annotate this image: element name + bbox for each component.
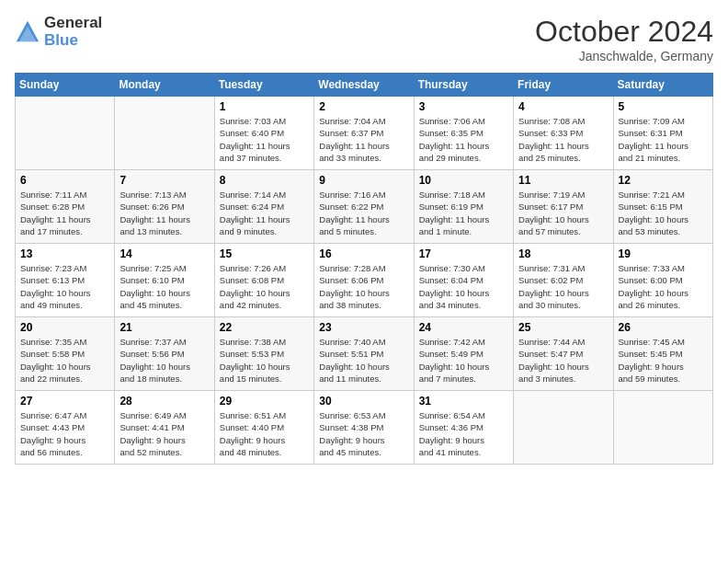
- calendar-cell: 6Sunrise: 7:11 AMSunset: 6:28 PMDaylight…: [16, 170, 115, 244]
- calendar-cell: 1Sunrise: 7:03 AMSunset: 6:40 PMDaylight…: [214, 97, 313, 170]
- calendar-cell: 4Sunrise: 7:08 AMSunset: 6:33 PMDaylight…: [514, 97, 613, 170]
- calendar-cell: 13Sunrise: 7:23 AMSunset: 6:13 PMDayligh…: [16, 244, 115, 317]
- weekday-header: Saturday: [613, 74, 712, 97]
- weekday-header: Monday: [115, 74, 214, 97]
- day-number: 11: [518, 174, 608, 187]
- day-info: Sunrise: 7:21 AMSunset: 6:15 PMDaylight:…: [619, 189, 708, 237]
- day-number: 20: [20, 321, 109, 334]
- calendar-cell: 27Sunrise: 6:47 AMSunset: 4:43 PMDayligh…: [16, 391, 115, 465]
- calendar-cell: 25Sunrise: 7:44 AMSunset: 5:47 PMDayligh…: [514, 317, 613, 391]
- day-info: Sunrise: 7:40 AMSunset: 5:51 PMDaylight:…: [319, 336, 408, 385]
- day-number: 29: [220, 395, 309, 408]
- day-number: 13: [20, 247, 109, 260]
- weekday-header: Tuesday: [214, 74, 313, 97]
- page-header: General Blue October 2024 Janschwalde, G…: [15, 15, 713, 63]
- day-info: Sunrise: 6:49 AMSunset: 4:41 PMDaylight:…: [119, 409, 209, 458]
- day-number: 3: [419, 100, 508, 113]
- day-info: Sunrise: 7:45 AMSunset: 5:45 PMDaylight:…: [619, 336, 708, 385]
- calendar-cell: 18Sunrise: 7:31 AMSunset: 6:02 PMDayligh…: [514, 244, 613, 317]
- day-info: Sunrise: 7:06 AMSunset: 6:35 PMDaylight:…: [419, 115, 508, 164]
- calendar-cell: 30Sunrise: 6:53 AMSunset: 4:38 PMDayligh…: [314, 391, 414, 465]
- day-number: 16: [319, 247, 408, 260]
- location-subtitle: Janschwalde, Germany: [535, 49, 713, 63]
- day-info: Sunrise: 7:11 AMSunset: 6:28 PMDaylight:…: [20, 189, 109, 237]
- day-number: 6: [20, 174, 109, 187]
- day-info: Sunrise: 6:51 AMSunset: 4:40 PMDaylight:…: [220, 409, 309, 458]
- calendar-cell: 2Sunrise: 7:04 AMSunset: 6:37 PMDaylight…: [314, 97, 414, 170]
- calendar-cell: 16Sunrise: 7:28 AMSunset: 6:06 PMDayligh…: [314, 244, 414, 317]
- calendar-cell: 15Sunrise: 7:26 AMSunset: 6:08 PMDayligh…: [214, 244, 313, 317]
- calendar-cell: 8Sunrise: 7:14 AMSunset: 6:24 PMDaylight…: [214, 170, 313, 244]
- calendar-cell: [115, 97, 214, 170]
- day-info: Sunrise: 7:42 AMSunset: 5:49 PMDaylight:…: [419, 336, 508, 385]
- day-number: 26: [619, 321, 708, 334]
- day-info: Sunrise: 7:31 AMSunset: 6:02 PMDaylight:…: [518, 262, 608, 311]
- calendar-cell: 20Sunrise: 7:35 AMSunset: 5:58 PMDayligh…: [16, 317, 115, 391]
- day-number: 7: [119, 174, 209, 187]
- day-number: 4: [518, 100, 608, 113]
- day-number: 5: [619, 100, 708, 113]
- day-info: Sunrise: 7:35 AMSunset: 5:58 PMDaylight:…: [20, 336, 109, 385]
- day-info: Sunrise: 7:03 AMSunset: 6:40 PMDaylight:…: [220, 115, 309, 164]
- day-info: Sunrise: 7:25 AMSunset: 6:10 PMDaylight:…: [119, 262, 209, 311]
- calendar-cell: 10Sunrise: 7:18 AMSunset: 6:19 PMDayligh…: [414, 170, 513, 244]
- day-info: Sunrise: 7:33 AMSunset: 6:00 PMDaylight:…: [619, 262, 708, 311]
- day-info: Sunrise: 7:37 AMSunset: 5:56 PMDaylight:…: [119, 336, 209, 385]
- day-info: Sunrise: 7:04 AMSunset: 6:37 PMDaylight:…: [319, 115, 408, 164]
- day-info: Sunrise: 7:44 AMSunset: 5:47 PMDaylight:…: [518, 336, 608, 385]
- calendar-cell: 11Sunrise: 7:19 AMSunset: 6:17 PMDayligh…: [514, 170, 613, 244]
- day-number: 22: [220, 321, 309, 334]
- day-number: 8: [220, 174, 309, 187]
- calendar-cell: 12Sunrise: 7:21 AMSunset: 6:15 PMDayligh…: [613, 170, 712, 244]
- day-number: 9: [319, 174, 408, 187]
- day-info: Sunrise: 7:26 AMSunset: 6:08 PMDaylight:…: [220, 262, 309, 311]
- day-number: 30: [319, 395, 408, 408]
- calendar-cell: 26Sunrise: 7:45 AMSunset: 5:45 PMDayligh…: [613, 317, 712, 391]
- calendar-cell: 17Sunrise: 7:30 AMSunset: 6:04 PMDayligh…: [414, 244, 513, 317]
- logo-icon: [15, 19, 40, 45]
- day-info: Sunrise: 7:19 AMSunset: 6:17 PMDaylight:…: [518, 189, 608, 237]
- calendar-cell: 9Sunrise: 7:16 AMSunset: 6:22 PMDaylight…: [314, 170, 414, 244]
- calendar-cell: 31Sunrise: 6:54 AMSunset: 4:36 PMDayligh…: [414, 391, 513, 465]
- day-number: 14: [119, 247, 209, 260]
- calendar-header: SundayMondayTuesdayWednesdayThursdayFrid…: [16, 74, 713, 97]
- weekday-header: Sunday: [16, 74, 115, 97]
- weekday-header: Friday: [514, 74, 613, 97]
- day-info: Sunrise: 7:38 AMSunset: 5:53 PMDaylight:…: [220, 336, 309, 385]
- day-info: Sunrise: 7:16 AMSunset: 6:22 PMDaylight:…: [319, 189, 408, 237]
- day-number: 25: [518, 321, 608, 334]
- calendar-cell: 7Sunrise: 7:13 AMSunset: 6:26 PMDaylight…: [115, 170, 214, 244]
- day-number: 12: [619, 174, 708, 187]
- day-number: 17: [419, 247, 508, 260]
- calendar-cell: 29Sunrise: 6:51 AMSunset: 4:40 PMDayligh…: [214, 391, 313, 465]
- calendar-cell: 5Sunrise: 7:09 AMSunset: 6:31 PMDaylight…: [613, 97, 712, 170]
- calendar-cell: [613, 391, 712, 465]
- calendar-cell: 14Sunrise: 7:25 AMSunset: 6:10 PMDayligh…: [115, 244, 214, 317]
- day-info: Sunrise: 6:53 AMSunset: 4:38 PMDaylight:…: [319, 409, 408, 458]
- day-number: 18: [518, 247, 608, 260]
- calendar-cell: 19Sunrise: 7:33 AMSunset: 6:00 PMDayligh…: [613, 244, 712, 317]
- weekday-header: Thursday: [414, 74, 513, 97]
- day-info: Sunrise: 7:18 AMSunset: 6:19 PMDaylight:…: [419, 189, 508, 237]
- day-number: 28: [119, 395, 209, 408]
- calendar-cell: 3Sunrise: 7:06 AMSunset: 6:35 PMDaylight…: [414, 97, 513, 170]
- day-info: Sunrise: 7:09 AMSunset: 6:31 PMDaylight:…: [619, 115, 708, 164]
- day-info: Sunrise: 7:23 AMSunset: 6:13 PMDaylight:…: [20, 262, 109, 311]
- logo: General Blue: [15, 15, 102, 49]
- day-info: Sunrise: 6:47 AMSunset: 4:43 PMDaylight:…: [20, 409, 109, 458]
- title-block: October 2024 Janschwalde, Germany: [535, 15, 713, 63]
- weekday-header: Wednesday: [314, 74, 414, 97]
- calendar-cell: 28Sunrise: 6:49 AMSunset: 4:41 PMDayligh…: [115, 391, 214, 465]
- calendar-table: SundayMondayTuesdayWednesdayThursdayFrid…: [15, 73, 713, 465]
- day-number: 2: [319, 100, 408, 113]
- month-title: October 2024: [535, 15, 713, 49]
- calendar-cell: [514, 391, 613, 465]
- day-number: 1: [220, 100, 309, 113]
- calendar-cell: 23Sunrise: 7:40 AMSunset: 5:51 PMDayligh…: [314, 317, 414, 391]
- calendar-cell: 21Sunrise: 7:37 AMSunset: 5:56 PMDayligh…: [115, 317, 214, 391]
- day-number: 24: [419, 321, 508, 334]
- day-number: 23: [319, 321, 408, 334]
- day-number: 15: [220, 247, 309, 260]
- day-info: Sunrise: 7:14 AMSunset: 6:24 PMDaylight:…: [220, 189, 309, 237]
- day-number: 27: [20, 395, 109, 408]
